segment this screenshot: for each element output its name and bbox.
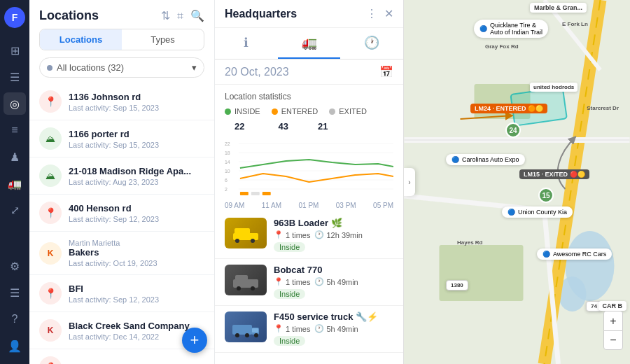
location-icon-red: 📍	[39, 356, 62, 364]
detail-tabs: ℹ 🚛 🕐	[215, 28, 403, 59]
store-icon: 🔵	[542, 251, 550, 258]
location-activity: Last activity: Sep 12, 2023	[69, 295, 204, 304]
store-icon: 🔵	[507, 209, 515, 216]
entered-badge-label: LM24 · ENTERED 🟠🟡	[475, 105, 543, 112]
list-item[interactable]: 📍 400 Henson rd Last activity: Sep 12, 2…	[29, 195, 214, 232]
detail-tab-info[interactable]: ℹ	[215, 28, 278, 59]
svg-text:6: 6	[225, 178, 227, 183]
nav-settings[interactable]: ⚙	[4, 255, 26, 277]
vehicle-thumbnail	[225, 218, 267, 248]
list-item[interactable]: K Martin Marietta Bakers Last activity: …	[29, 232, 214, 275]
list-item-info: BFI Last activity: Sep 12, 2023	[69, 284, 204, 304]
map-area[interactable]: › 🔵 Quicklane Tire &Auto of Indian Trail…	[404, 0, 630, 364]
vehicle-item[interactable]: Bobcat 770 📍 1 times 🕐 5h 49min Inside	[215, 259, 403, 306]
nav-trucks[interactable]: 🚛	[4, 172, 26, 195]
location-icon-red: 📍	[39, 90, 62, 113]
list-item[interactable]: 📍 Buckhorn Materials	[29, 349, 214, 364]
poi-label: Union County Kia	[518, 209, 567, 216]
poi-label: Quicklane Tire &Auto of Indian Trail	[490, 22, 542, 36]
nav-menu[interactable]: ≡	[4, 119, 26, 141]
chevron-down-icon: ▾	[192, 62, 197, 73]
nav-user[interactable]: 👤	[4, 335, 26, 357]
location-name: BFI	[69, 284, 204, 294]
map-poi-awesome-rc: 🔵 Awesome RC Cars	[537, 248, 612, 260]
vehicle-meta: 📍 1 times 🕐 12h 39min	[274, 230, 393, 239]
nav-share[interactable]: ⤢	[4, 199, 26, 221]
detail-tab-trucks[interactable]: 🚛	[278, 28, 341, 59]
svg-text:2: 2	[225, 187, 227, 192]
nav-dashboard[interactable]: ⊞	[4, 39, 26, 62]
calendar-icon[interactable]: 📅	[379, 65, 393, 78]
x-label-4: 03 PM	[336, 202, 356, 209]
list-item-info: 400 Henson rd Last activity: Sep 12, 202…	[69, 203, 204, 223]
nav-location[interactable]: ◎	[4, 92, 26, 115]
tab-locations[interactable]: Locations	[40, 29, 122, 50]
location-name: Bakers	[69, 247, 204, 258]
svg-point-26	[235, 333, 239, 337]
map-controls: + −	[603, 311, 623, 350]
vehicle-info: 963B Loader 🌿 📍 1 times 🕐 12h 39min Insi…	[274, 218, 393, 253]
svg-text:22: 22	[225, 141, 230, 146]
clock-icon: 🕐	[314, 230, 324, 239]
sidebar-tabs: Locations Types	[39, 29, 204, 50]
svg-point-17	[235, 239, 239, 243]
location-name: 400 Henson rd	[69, 203, 204, 214]
vehicle-item[interactable]: 963B Loader 🌿 📍 1 times 🕐 12h 39min Insi…	[215, 212, 403, 259]
location-activity: Last activity: Aug 23, 2023	[69, 178, 204, 186]
vehicle-times: 📍 1 times	[274, 277, 310, 286]
road-15-circle: 15	[538, 188, 554, 203]
nav-assets[interactable]: ♟	[4, 146, 26, 168]
chart-x-labels: 09 AM 11 AM 01 PM 03 PM 05 PM	[215, 202, 403, 209]
svg-text:18: 18	[225, 150, 230, 155]
vehicle-item[interactable]: F450 service truck 🔧⚡ 📍 1 times 🕐 5h 49m…	[215, 306, 403, 353]
filter-icon[interactable]: ⌗	[177, 10, 183, 22]
map-expand-button[interactable]: ›	[404, 168, 415, 196]
add-location-button[interactable]: +	[182, 328, 207, 353]
vehicle-info: F450 service truck 🔧⚡ 📍 1 times 🕐 5h 49m…	[274, 312, 393, 346]
vehicle-name: F450 service truck 🔧⚡	[274, 312, 393, 322]
filter-dot	[47, 65, 52, 71]
list-item[interactable]: ⛰ 1166 porter rd Last activity: Sep 15, …	[29, 120, 214, 158]
detail-header: Headquarters ⋮ ✕	[215, 0, 403, 28]
app-logo[interactable]: F	[4, 7, 25, 28]
more-options-icon[interactable]: ⋮	[366, 7, 377, 20]
exited-label: EXITED	[339, 107, 367, 115]
stats-values-row: 22 43 21	[225, 121, 393, 132]
detail-date-row: 20 Oct, 2023 📅	[215, 59, 403, 85]
svg-rect-12	[240, 192, 248, 195]
location-company: Martin Marietta	[69, 239, 204, 247]
svg-rect-13	[251, 192, 260, 195]
list-item[interactable]: 📍 BFI Last activity: Sep 12, 2023	[29, 275, 214, 312]
zoom-in-button[interactable]: +	[603, 311, 623, 330]
zoom-out-button[interactable]: −	[603, 330, 623, 350]
store-icon: 🔵	[479, 25, 487, 32]
vehicle-times: 📍 1 times	[274, 324, 310, 333]
list-item-info: 1166 porter rd Last activity: Sep 15, 20…	[69, 129, 204, 149]
map-label-carb: CAR B	[598, 301, 627, 311]
road-24-circle: 24	[505, 122, 521, 138]
svg-point-28	[254, 333, 258, 337]
filter-sort-icon[interactable]: ⇅	[161, 9, 170, 22]
nav-list[interactable]: ☰	[4, 66, 26, 88]
x-label-1: 09 AM	[225, 202, 244, 209]
svg-rect-33	[440, 245, 524, 301]
detail-panel: Headquarters ⋮ ✕ ℹ 🚛 🕐 20 Oct, 2023 📅 Lo…	[215, 0, 404, 364]
list-item[interactable]: ⛰ 21-018 Madison Ridge Apa... Last activ…	[29, 158, 214, 195]
nav-help[interactable]: ?	[4, 308, 26, 330]
inside-badge: Inside	[274, 336, 305, 346]
vehicle-times: 📍 1 times	[274, 230, 310, 239]
location-icon-green: ⛰	[39, 127, 62, 150]
detail-tab-history[interactable]: 🕐	[340, 28, 403, 59]
vehicle-name: 963B Loader 🌿	[274, 218, 393, 228]
map-poi-union-kia: 🔵 Union County Kia	[502, 206, 573, 218]
tab-types[interactable]: Types	[122, 29, 204, 50]
list-item-info: 21-018 Madison Ridge Apa... Last activit…	[69, 166, 204, 186]
stats-title: Location statistics	[225, 92, 393, 102]
all-locations-filter[interactable]: All locations (32) ▾	[39, 57, 204, 78]
search-icon[interactable]: 🔍	[190, 9, 204, 22]
location-icon-red: 📍	[39, 282, 62, 304]
nav-reports[interactable]: ☰	[4, 281, 26, 304]
list-item[interactable]: 📍 1136 Johnson rd Last activity: Sep 15,…	[29, 83, 214, 120]
close-icon[interactable]: ✕	[384, 7, 393, 20]
location-icon-green: ⛰	[39, 164, 62, 187]
